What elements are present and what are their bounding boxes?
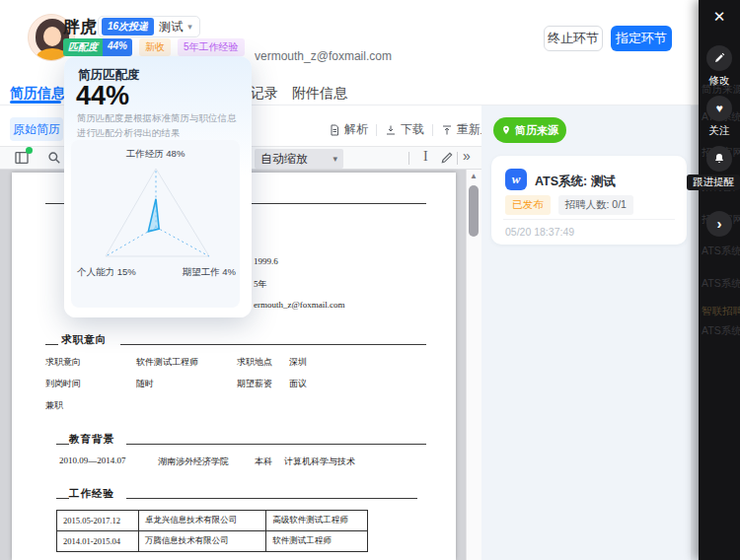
close-icon[interactable]: ✕ [699,8,740,26]
divider [432,124,433,136]
sidebar-toggle-button[interactable] [14,150,30,166]
card-timestamp: 05/20 18:37:49 [505,226,574,238]
chevron-down-icon: ▾ [187,22,192,32]
more-tools-button[interactable]: » [463,148,471,164]
active-tab-underline [10,101,61,104]
section-underscore [45,344,58,345]
faint-list-item: ATS系统 [702,324,740,338]
candidate-email: vermouth_z@foxmail.com [255,49,392,63]
ats-system-title: ATS系统: 测试 [535,174,616,190]
radar-label-work: 工作经历 48% [126,148,185,161]
notification-dot [26,147,33,154]
status-badge: 已发布 [505,195,551,215]
assign-stage-button[interactable]: 指定环节 [611,26,672,51]
scroll-up-icon[interactable]: ▲ [469,172,479,180]
reminder-button[interactable] [706,146,732,172]
upload-icon [441,124,453,136]
section-title-jobintent: 求职意向 [61,333,107,347]
follow-label: 关注 [699,124,740,138]
popup-description: 简历匹配度是根据标准简历与职位信息进行匹配分析得出的结果 [77,111,243,140]
position-name: 测试 [159,19,183,35]
field-label: 兼职 [45,399,63,412]
quick-action-sidebar: 简历来源 ATS系统 招聘官网 招聘官网 招聘官网 ATS系统 ATS系统 智联… [699,0,740,560]
edu-degree: 本科 [255,455,272,468]
zoom-mode-value: 自动缩放 [260,151,308,168]
field-value: 面议 [289,378,307,390]
search-icon [47,151,61,165]
annotate-tool[interactable] [440,151,454,165]
tag-new: 新收 [139,38,171,56]
ats-badges: 已发布 招聘人数: 0/1 [505,195,633,215]
candidate-badges: 匹配度44% 新收 5年工作经验 [63,38,245,56]
location-pin-icon [501,125,511,135]
parse-button[interactable]: 解析 [329,121,368,138]
card-divider [503,219,675,220]
follow-button[interactable]: ♥ [706,96,732,121]
section-underscore [56,444,69,445]
work-company: 万腾信息技术有限公司 [138,531,266,552]
field-label: 期望薪资 [237,378,272,390]
radar-chart [71,140,240,308]
resume-source-button[interactable]: 简历来源 [493,117,566,143]
zoom-mode-select[interactable]: 自动缩放 ▾ [255,149,343,169]
text-select-tool[interactable]: I [423,149,428,165]
field-value: 软件测试工程师 [136,356,198,369]
edu-major: 计算机科学与技术 [284,455,355,468]
divider [457,152,458,165]
bell-icon [713,153,725,165]
section-rule [126,444,426,445]
edit-label: 修改 [699,74,740,88]
section-rule [120,344,426,345]
resume-email-value: ermouth_z@foxmail.com [254,300,345,310]
radar-label-expect: 期望工作 4% [183,266,236,279]
edu-dates: 2010.09—2014.07 [59,455,126,465]
viewer-scrollbar-thumb[interactable] [469,185,479,237]
edit-button[interactable] [706,45,732,71]
resume-exp-value: 5年 [254,278,267,291]
tag-experience: 5年工作经验 [178,38,245,56]
position-selector[interactable]: 16次投递 测试 ▾ [98,16,200,37]
match-score-badge[interactable]: 匹配度44% [63,38,132,56]
work-company: 卓龙兴信息技术有限公司 [138,511,266,531]
match-score-popup: 简历匹配度 44% 简历匹配度是根据标准简历与职位信息进行匹配分析得出的结果 工… [64,56,252,317]
edu-school: 湖南涉外经济学院 [158,455,229,468]
section-title-work: 工作经验 [69,487,114,501]
section-rule [126,498,417,499]
parse-label: 解析 [344,121,368,138]
original-resume-button[interactable]: 原始简历 [10,117,63,141]
field-value: 随时 [136,378,154,390]
download-label: 下载 [401,121,424,138]
search-button[interactable] [47,151,61,165]
tab-attachments[interactable]: 附件信息 [292,85,347,103]
divider [376,124,377,136]
field-label: 求职地点 [237,356,272,369]
resume-source-label: 简历来源 [515,123,558,138]
chevron-down-icon: ▾ [333,154,337,164]
terminate-stage-button[interactable]: 终止环节 [544,26,603,51]
field-value: 深圳 [289,356,307,369]
collapse-button[interactable]: › [706,211,732,237]
faint-list-item: ATS系统 [702,277,740,291]
download-button[interactable]: 下载 [385,121,424,138]
delivery-count-badge: 16次投递 [102,18,154,35]
table-row: 2014.01-2015.04 万腾信息技术有限公司 软件测试工程师 [57,531,368,552]
ats-source-card[interactable]: w ATS系统: 测试 已发布 招聘人数: 0/1 05/20 18:37:49 [491,156,687,245]
faint-list-item: 智联招聘 [702,305,740,318]
table-row: 2015.05-2017.12 卓龙兴信息技术有限公司 高级软件测试工程师 [57,511,368,531]
ats-logo-icon: w [505,169,527,190]
reminder-label: 跟进提醒 [687,175,740,190]
headcount-badge: 招聘人数: 0/1 [558,195,633,215]
candidate-name: 胖虎 [63,16,97,38]
popup-match-value: 44% [76,81,129,111]
work-experience-table: 2015.05-2017.12 卓龙兴信息技术有限公司 高级软件测试工程师 20… [56,510,368,552]
work-title: 软件测试工程师 [266,531,368,552]
download-icon [385,124,397,136]
section-underscore [56,498,69,499]
field-label: 到岗时间 [45,378,81,390]
match-value: 44% [103,38,132,56]
avatar-face [43,27,61,46]
resume-doc-actions: 解析 下载 重新上传 [329,121,504,138]
chevron-right-icon: › [717,215,722,232]
radar-label-ability: 个人能力 15% [77,266,136,279]
field-label: 求职意向 [45,356,81,369]
